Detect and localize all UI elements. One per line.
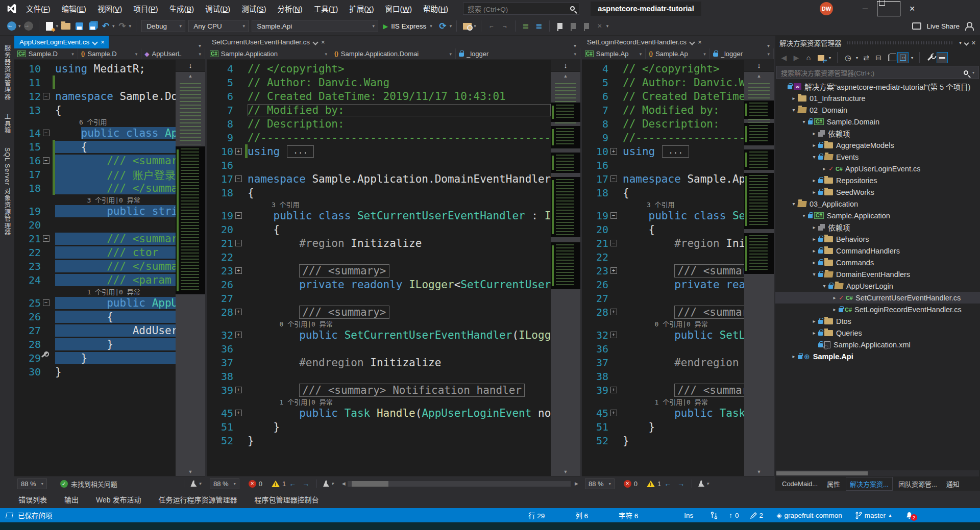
code-text[interactable]: /// <summary> <box>248 264 551 277</box>
chevron-down-icon[interactable]: ▾ <box>450 23 452 29</box>
code-text[interactable]: using... <box>623 145 744 158</box>
pending-changes-filter-icon[interactable]: ◷ <box>842 52 853 63</box>
code-text[interactable]: { <box>55 141 176 153</box>
collapsed-summary[interactable]: /// <summary> <box>674 264 744 277</box>
line-number[interactable]: 10 <box>14 63 41 75</box>
chevron-down-icon[interactable]: ▾ <box>112 23 115 29</box>
breadcrumb-item[interactable]: {}Sample.D▾ <box>78 48 142 59</box>
close-icon[interactable]: × <box>698 38 702 46</box>
collapse-icon[interactable]: ▾ <box>790 107 798 113</box>
code-text[interactable]: AddUserLoginRecord(); <box>55 324 176 337</box>
warning-count-icon[interactable] <box>272 481 280 487</box>
menu-item[interactable]: 分析(N) <box>272 1 308 16</box>
code-text[interactable]: public class AppUserLoginEvent : INotifi… <box>55 127 176 139</box>
code-text[interactable]: using... <box>248 145 551 158</box>
fold-toggle[interactable]: − <box>235 240 242 246</box>
minimize-button[interactable]: ─ <box>853 1 877 16</box>
code-text[interactable]: /// <summary> Notification handler <box>623 384 744 397</box>
bookmark-icon[interactable] <box>554 20 566 32</box>
repository-button[interactable]: ◈ grapefruit-common <box>776 511 842 519</box>
line-number[interactable]: 17 <box>14 168 41 181</box>
line-number[interactable]: 38 <box>207 370 233 383</box>
line-number[interactable]: 22 <box>14 246 41 259</box>
scroll-down-icon[interactable]: ▼ <box>176 468 205 476</box>
fold-toggle[interactable]: − <box>235 212 242 219</box>
redo-icon[interactable]: ↷ <box>116 20 129 32</box>
code-text[interactable]: } <box>248 421 551 433</box>
decrease-indent-icon[interactable]: ≣ <box>520 20 532 32</box>
compare-commits-icon[interactable] <box>710 512 718 519</box>
line-number[interactable]: 36 <box>207 343 233 355</box>
line-number[interactable]: 22 <box>207 251 233 263</box>
code-text[interactable]: // Description: <box>248 118 551 130</box>
fold-toggle[interactable]: + <box>610 148 617 155</box>
explorer-bottom-tab[interactable]: 解决方案资... <box>846 477 893 491</box>
tree-item[interactable]: ▸Queries <box>775 327 980 339</box>
menu-item[interactable]: 调试(D) <box>200 1 236 16</box>
document-list-chevron-icon[interactable]: ▾ <box>194 43 205 48</box>
code-text[interactable]: namespace Sample.Domain.Events <box>55 90 176 103</box>
close-icon[interactable]: ✕ <box>971 40 976 46</box>
tree-item[interactable]: ▸Behaviors <box>775 233 980 245</box>
restore-button[interactable] <box>877 1 900 16</box>
line-number[interactable]: 23 <box>14 260 41 272</box>
line-number[interactable]: 18 <box>582 187 608 199</box>
line-number[interactable]: 16 <box>582 159 608 171</box>
fold-toggle[interactable]: + <box>235 332 242 338</box>
platform-combo[interactable]: Any CPU▾ <box>188 20 249 32</box>
codelens-row[interactable]: 3 个引用 <box>582 199 744 209</box>
code-text[interactable]: // Modified by: <box>623 104 744 116</box>
status-column[interactable]: 列 6 <box>575 510 588 520</box>
close-button[interactable]: ✕ <box>900 1 924 16</box>
split-editor-handle[interactable]: ↕ <box>551 60 580 72</box>
code-text[interactable]: //--------------------------------------… <box>248 132 551 144</box>
fold-toggle[interactable]: + <box>610 267 617 274</box>
code-text[interactable]: { <box>623 223 744 236</box>
collapsed-summary[interactable]: /// <summary> <box>299 306 389 319</box>
line-number[interactable]: 52 <box>207 435 233 447</box>
line-number[interactable]: 8 <box>207 118 233 130</box>
code-text[interactable]: /// <summary> <box>55 233 176 245</box>
nav-back-icon[interactable]: ◀ <box>778 52 790 63</box>
cursor-below-icon[interactable]: ¬ <box>499 20 511 32</box>
codelens-row[interactable]: 1 个引用|0 异常 <box>582 397 744 406</box>
line-number[interactable]: 36 <box>582 343 608 355</box>
code-text[interactable]: public class SetCurrentUserEventHandler … <box>248 210 551 222</box>
menu-item[interactable]: 项目(P) <box>128 1 163 16</box>
code-text[interactable]: #endregion Initizalize <box>248 357 551 369</box>
prev-bookmark-icon[interactable] <box>567 20 579 32</box>
properties-pages-icon[interactable] <box>885 52 896 63</box>
startup-project-combo[interactable]: Sample.Api▾ <box>252 20 378 32</box>
code-text[interactable]: { <box>248 223 551 236</box>
code-text[interactable]: namespace Sample.Application.DomainEvent… <box>623 173 744 185</box>
line-number[interactable]: 19 <box>582 210 608 222</box>
collapse-icon[interactable]: ▾ <box>800 119 808 124</box>
expand-icon[interactable]: ▸ <box>810 131 818 136</box>
line-number[interactable]: 19 <box>207 210 233 222</box>
code-text[interactable]: /// ctor <box>55 246 176 259</box>
collapsed-region[interactable]: ... <box>662 145 689 158</box>
line-number[interactable]: 8 <box>582 118 608 130</box>
code-text[interactable]: { <box>55 104 176 116</box>
line-number[interactable]: 23 <box>582 265 608 277</box>
panel-tab[interactable]: 程序包管理器控制台 <box>254 494 318 504</box>
line-number[interactable]: 13 <box>14 104 41 116</box>
scroll-up-icon[interactable]: ▲ <box>744 72 774 80</box>
expand-icon[interactable]: ▸ <box>810 248 818 254</box>
expand-icon[interactable]: ▸ <box>830 295 839 300</box>
code-text[interactable]: // </copyright> <box>623 63 744 75</box>
fold-toggle[interactable]: + <box>235 309 242 315</box>
code-text[interactable]: /// 账户登录事件 <box>55 167 176 182</box>
line-number[interactable]: 15 <box>14 141 41 153</box>
line-number[interactable]: 10 <box>582 145 608 158</box>
tree-item[interactable]: ▸⊕Sample.Api <box>775 350 980 362</box>
fold-toggle[interactable]: − <box>43 235 50 242</box>
line-number[interactable]: 32 <box>207 329 233 341</box>
code-text[interactable]: public Task Handle(AppUserLoginEvent not… <box>248 407 551 419</box>
fold-toggle[interactable]: + <box>610 387 617 393</box>
tree-item[interactable]: ▸Repositories <box>775 174 980 186</box>
switch-views-icon[interactable] <box>815 52 826 63</box>
codelens-row[interactable]: 0 个引用|0 异常 <box>207 319 551 328</box>
line-number[interactable]: 25 <box>14 297 41 309</box>
quick-actions-icon[interactable] <box>41 351 48 357</box>
